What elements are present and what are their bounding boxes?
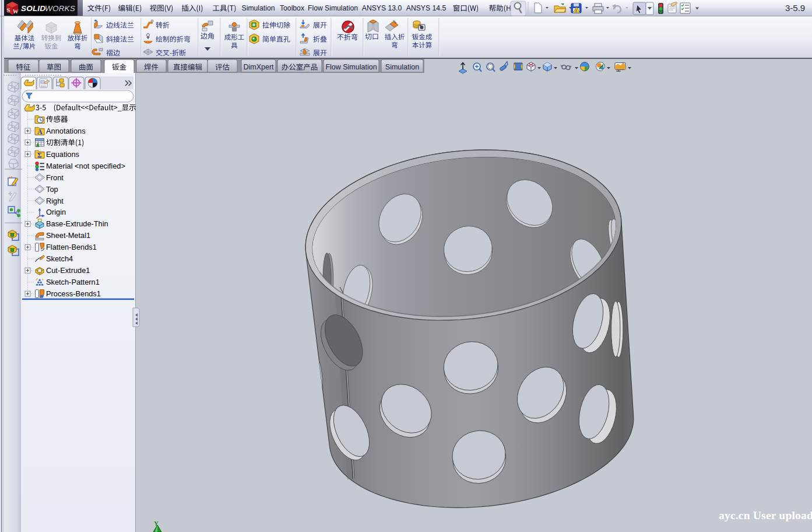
svg-text:Flow Simulation: Flow Simulation xyxy=(325,63,377,71)
svg-text:Origin: Origin xyxy=(46,208,66,216)
svg-text:Equations: Equations xyxy=(46,150,79,159)
svg-text:Material <not specified>: Material <not specified> xyxy=(46,162,125,170)
svg-text:Front: Front xyxy=(46,173,64,182)
svg-text:A: A xyxy=(37,128,43,136)
svg-text:Right: Right xyxy=(46,197,64,205)
svg-text:Toolbox: Toolbox xyxy=(280,4,304,12)
svg-text:Simulation: Simulation xyxy=(242,4,275,12)
svg-text:Top: Top xyxy=(46,185,58,194)
svg-text:Process-Bends1: Process-Bends1 xyxy=(46,289,101,298)
svg-text:WORKS: WORKS xyxy=(45,4,75,13)
svg-text:!: ! xyxy=(575,9,577,13)
svg-text:Simulation: Simulation xyxy=(385,63,419,71)
svg-text:Sketch4: Sketch4 xyxy=(46,254,73,263)
svg-text:Sketch-Pattern1: Sketch-Pattern1 xyxy=(46,278,100,286)
svg-text:Flatten-Bends1: Flatten-Bends1 xyxy=(46,243,97,251)
svg-text:Annotations: Annotations xyxy=(46,127,86,135)
svg-text:Cut-Extrude1: Cut-Extrude1 xyxy=(46,266,90,275)
svg-text:W: W xyxy=(12,8,19,15)
svg-text:Base-Extrude-Thin: Base-Extrude-Thin xyxy=(46,219,108,228)
svg-text:3-5.9: 3-5.9 xyxy=(785,3,805,13)
svg-text:Flow Simulation: Flow Simulation xyxy=(308,4,358,12)
svg-text:DimXpert: DimXpert xyxy=(243,63,274,71)
svg-text:Sheet-Metal1: Sheet-Metal1 xyxy=(46,231,90,240)
svg-text:ANSYS 13.0: ANSYS 13.0 xyxy=(362,4,402,12)
svg-text:SOLID: SOLID xyxy=(21,4,45,13)
svg-text:ANSYS 14.5: ANSYS 14.5 xyxy=(406,4,447,12)
svg-text:Σ: Σ xyxy=(37,152,42,159)
